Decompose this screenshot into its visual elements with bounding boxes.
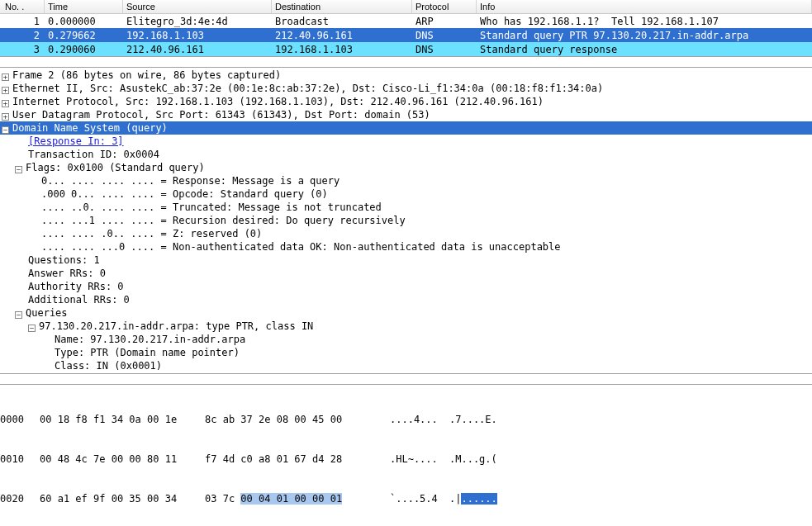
tree-frame[interactable]: +Frame 2 (86 bytes on wire, 86 bytes cap… <box>0 69 812 82</box>
tree-label: Ethernet II, Src: AsustekC_ab:37:2e (00:… <box>12 82 603 95</box>
tree-flag-z[interactable]: .... .... .0.. .... = Z: reserved (0) <box>0 227 812 240</box>
tree-label: Authority RRs: 0 <box>28 280 124 293</box>
hex-highlight: ...... <box>461 493 496 505</box>
col-source[interactable]: Source <box>123 0 272 13</box>
col-time[interactable]: Time <box>45 0 123 13</box>
tree-label: Flags: 0x0100 (Standard query) <box>26 161 205 174</box>
hex-bytes: 60 a1 ef 9f 00 35 00 34 <box>40 492 205 505</box>
tree-dns[interactable]: −Domain Name System (query) <box>0 121 812 135</box>
tree-label: Domain Name System (query) <box>12 121 168 135</box>
packet-row-selected[interactable]: 2 0.279662 192.168.1.103 212.40.96.161 D… <box>0 28 812 42</box>
cell-source: 212.40.96.161 <box>123 44 272 55</box>
hex-row[interactable]: 0020 60 a1 ef 9f 00 35 00 34 03 7c 00 04… <box>0 492 812 505</box>
cell-source: 192.168.1.103 <box>123 30 272 41</box>
collapse-icon[interactable]: − <box>2 126 9 134</box>
hex-bytes: 8c ab 37 2e 08 00 45 00 <box>205 413 390 426</box>
expand-icon[interactable]: + <box>2 73 9 81</box>
cell-proto: ARP <box>412 16 477 27</box>
packet-row[interactable]: 3 0.290060 212.40.96.161 192.168.1.103 D… <box>0 42 812 56</box>
tree-additional-rrs[interactable]: Additional RRs: 0 <box>0 293 812 306</box>
tree-label: Queries <box>26 306 68 320</box>
cell-time: 0.000000 <box>45 16 123 27</box>
tree-ethernet[interactable]: +Ethernet II, Src: AsustekC_ab:37:2e (00… <box>0 82 812 95</box>
hex-offset: 0000 <box>0 413 40 426</box>
hex-row[interactable]: 0010 00 48 4c 7e 00 00 80 11 f7 4d c0 a8… <box>0 453 812 466</box>
tree-authority-rrs[interactable]: Authority RRs: 0 <box>0 280 812 293</box>
hex-ascii: .HL~.... <box>390 453 449 466</box>
tree-flag-nonauth[interactable]: .... .... ...0 .... = Non-authenticated … <box>0 240 812 254</box>
hex-ascii: ....4... <box>390 413 449 426</box>
tree-label: Questions: 1 <box>28 254 100 267</box>
cell-no: 1 <box>2 16 45 27</box>
tree-label: .... .... ...0 .... = Non-authenticated … <box>41 240 561 254</box>
tree-flag-response[interactable]: 0... .... .... .... = Response: Message … <box>0 174 812 187</box>
tree-label: 97.130.20.217.in-addr.arpa: type PTR, cl… <box>39 320 313 333</box>
hex-bytes: 00 18 f8 f1 34 0a 00 1e <box>40 413 205 426</box>
cell-info: Standard query response <box>477 44 812 55</box>
cell-info: Who has 192.168.1.1? Tell 192.168.1.107 <box>477 16 812 27</box>
tree-queries[interactable]: −Queries <box>0 306 812 320</box>
tree-query-item[interactable]: −97.130.20.217.in-addr.arpa: type PTR, c… <box>0 320 812 333</box>
tree-query-type[interactable]: Type: PTR (Domain name pointer) <box>0 346 812 359</box>
collapse-icon[interactable]: − <box>15 311 22 319</box>
tree-udp[interactable]: +User Datagram Protocol, Src Port: 61343… <box>0 108 812 121</box>
tree-label: .... ...1 .... .... = Recursion desired:… <box>41 214 406 227</box>
cell-no: 3 <box>2 44 45 55</box>
hex-ascii: .7....E. <box>449 413 497 426</box>
tree-transaction-id[interactable]: Transaction ID: 0x0004 <box>0 148 812 161</box>
cell-time: 0.290060 <box>45 44 123 55</box>
tree-answer-rrs[interactable]: Answer RRs: 0 <box>0 267 812 280</box>
hex-ascii: `....5.4 <box>390 492 449 505</box>
packet-row[interactable]: 1 0.000000 Elitegro_3d:4e:4d Broadcast A… <box>0 14 812 28</box>
expand-icon[interactable]: + <box>2 100 9 107</box>
col-proto[interactable]: Protocol <box>412 0 477 13</box>
tree-label: Answer RRs: 0 <box>28 267 106 280</box>
tree-label: Internet Protocol, Src: 192.168.1.103 (1… <box>12 95 544 108</box>
hex-bytes: 00 48 4c 7e 00 00 80 11 <box>40 453 205 466</box>
expand-icon[interactable]: + <box>2 87 9 94</box>
packet-list-pane: No. . Time Source Destination Protocol I… <box>0 0 812 57</box>
cell-time: 0.279662 <box>45 30 123 41</box>
hex-bytes: f7 4d c0 a8 01 67 d4 28 <box>205 453 390 466</box>
cell-no: 2 <box>2 30 45 41</box>
packet-details-pane: +Frame 2 (86 bytes on wire, 86 bytes cap… <box>0 67 812 374</box>
tree-flag-truncated[interactable]: .... ..0. .... .... = Truncated: Message… <box>0 201 812 214</box>
tree-flag-recursion[interactable]: .... ...1 .... .... = Recursion desired:… <box>0 214 812 227</box>
tree-label: Frame 2 (86 bytes on wire, 86 bytes capt… <box>12 69 281 82</box>
cell-dest: 212.40.96.161 <box>272 30 412 41</box>
tree-label: Additional RRs: 0 <box>28 293 130 306</box>
hex-offset: 0020 <box>0 492 40 505</box>
packet-list-header: No. . Time Source Destination Protocol I… <box>0 0 812 14</box>
col-info[interactable]: Info <box>477 0 812 13</box>
tree-questions[interactable]: Questions: 1 <box>0 254 812 267</box>
col-dest[interactable]: Destination <box>272 0 412 13</box>
tree-ip[interactable]: +Internet Protocol, Src: 192.168.1.103 (… <box>0 95 812 108</box>
cell-source: Elitegro_3d:4e:4d <box>123 16 272 27</box>
collapse-icon[interactable]: − <box>15 166 22 173</box>
tree-label: Type: PTR (Domain name pointer) <box>55 346 240 359</box>
tree-query-class[interactable]: Class: IN (0x0001) <box>0 359 812 372</box>
expand-icon[interactable]: + <box>2 113 9 121</box>
tree-label: Transaction ID: 0x0004 <box>28 148 159 161</box>
tree-label: Class: IN (0x0001) <box>55 359 162 372</box>
col-no[interactable]: No. . <box>2 0 45 13</box>
tree-label: .000 0... .... .... = Opcode: Standard q… <box>41 187 328 201</box>
tree-label: 0... .... .... .... = Response: Message … <box>41 174 340 187</box>
hex-ascii: .|...... <box>449 492 497 505</box>
tree-flags[interactable]: −Flags: 0x0100 (Standard query) <box>0 161 812 174</box>
hex-highlight: 00 04 01 00 00 01 <box>240 493 342 505</box>
collapse-icon[interactable]: − <box>28 325 36 332</box>
tree-query-name[interactable]: Name: 97.130.20.217.in-addr.arpa <box>0 333 812 346</box>
hex-bytes: 03 7c 00 04 01 00 00 01 <box>205 492 390 505</box>
hex-dump-pane: 0000 00 18 f8 f1 34 0a 00 1e 8c ab 37 2e… <box>0 384 812 526</box>
tree-flag-opcode[interactable]: .000 0... .... .... = Opcode: Standard q… <box>0 187 812 201</box>
tree-label: Name: 97.130.20.217.in-addr.arpa <box>55 333 245 346</box>
tree-label: .... ..0. .... .... = Truncated: Message… <box>41 201 382 214</box>
cell-proto: DNS <box>412 30 477 41</box>
cell-dest: 192.168.1.103 <box>272 44 412 55</box>
cell-dest: Broadcast <box>272 16 412 27</box>
hex-row[interactable]: 0000 00 18 f8 f1 34 0a 00 1e 8c ab 37 2e… <box>0 413 812 426</box>
tree-response-in[interactable]: [Response In: 3] <box>0 135 812 148</box>
response-link[interactable]: [Response In: 3] <box>28 135 124 148</box>
cell-info: Standard query PTR 97.130.20.217.in-addr… <box>477 30 812 41</box>
